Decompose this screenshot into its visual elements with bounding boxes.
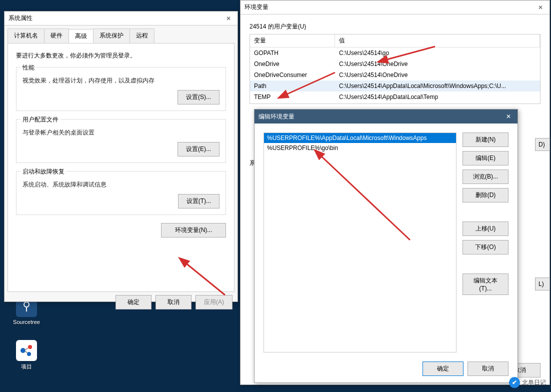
table-row[interactable]: TEMPC:\Users\24514\AppData\Local\Temp [250,92,540,102]
startup-recovery-group: 启动和故障恢复 系统启动、系统故障和调试信息 设置(T)... [16,171,226,215]
cancel-button[interactable]: 取消 [468,362,508,376]
svg-point-3 [28,345,32,349]
table-row[interactable]: OneDriveC:\Users\24514\OneDrive [250,58,540,70]
ok-button[interactable]: 确定 [422,362,464,376]
perf-settings-button[interactable]: 设置(S)... [178,90,220,104]
edit-text-button[interactable]: 编辑文本(T)... [462,274,508,295]
tabs: 计算机名 硬件 高级 系统保护 远程 [4,26,238,43]
path-item[interactable]: %USERPROFILE%\go\bin [264,143,456,153]
peek-button-l[interactable]: L) [535,278,550,290]
browse-button[interactable]: 浏览(B)... [462,170,508,184]
desktop-icon-label: 项目 [9,363,44,370]
close-icon[interactable]: ✕ [536,2,546,12]
cancel-button[interactable]: 取消 [156,295,192,310]
path-list[interactable]: %USERPROFILE%\AppData\Local\Microsoft\Wi… [264,132,456,352]
delete-button[interactable]: 删除(D) [462,188,508,202]
tab-system-protection[interactable]: 系统保护 [93,28,130,43]
tab-hardware[interactable]: 硬件 [44,28,69,43]
close-icon[interactable]: ✕ [224,14,234,24]
titlebar[interactable]: 系统属性 ✕ [4,12,238,26]
user-vars-label: 24514 的用户变量(U) [250,22,550,31]
apply-button[interactable]: 应用(A) [196,295,232,310]
titlebar[interactable]: 环境变量 ✕ [240,0,550,14]
table-row-selected[interactable]: PathC:\Users\24514\AppData\Local\Microso… [250,80,540,92]
peek-button-d[interactable]: D) [535,138,550,151]
close-icon[interactable]: ✕ [504,112,514,122]
watermark-logo-icon: ✔ [509,377,520,388]
dialog-title: 系统属性 [8,14,32,22]
tab-panel-advanced: 要进行大多数更改，你必须作为管理员登录。 性能 视觉效果，处理器计划，内存使用，… [8,43,234,292]
watermark: ✔ 北单日记 [509,377,546,388]
user-vars-table[interactable]: 变量 值 GOPATHC:\Users\24514\go OneDriveC:\… [250,34,540,104]
group-title: 用户配置文件 [20,116,60,124]
col-variable[interactable]: 变量 [250,34,335,47]
table-header: 变量 值 [250,34,540,48]
edit-env-variable-dialog: 编辑环境变量 ✕ %USERPROFILE%\AppData\Local\Mic… [254,109,518,383]
performance-group: 性能 视觉效果，处理器计划，内存使用，以及虚拟内存 设置(S)... [16,67,226,111]
project-icon [16,340,37,361]
system-properties-dialog: 系统属性 ✕ 计算机名 硬件 高级 系统保护 远程 要进行大多数更改，你必须作为… [4,11,238,302]
edit-button[interactable]: 编辑(E) [462,151,508,166]
tab-computer-name[interactable]: 计算机名 [8,28,44,43]
table-row[interactable]: GOPATHC:\Users\24514\go [250,48,540,58]
group-desc: 系统启动、系统故障和调试信息 [22,180,220,189]
move-up-button[interactable]: 上移(U) [462,222,508,236]
admin-note: 要进行大多数更改，你必须作为管理员登录。 [16,52,226,60]
table-row[interactable]: OneDriveConsumerC:\Users\24514\OneDrive [250,70,540,80]
group-title: 性能 [20,64,36,72]
dialog-title: 环境变量 [244,3,268,12]
group-title: 启动和故障恢复 [20,168,66,176]
group-desc: 视觉效果，处理器计划，内存使用，以及虚拟内存 [22,76,220,85]
watermark-text: 北单日记 [522,378,546,387]
desktop-icon-label: Sourcetree [9,319,44,325]
new-button[interactable]: 新建(N) [462,132,508,147]
group-desc: 与登录帐户相关的桌面设置 [22,128,220,137]
path-item-selected[interactable]: %USERPROFILE%\AppData\Local\Microsoft\Wi… [264,133,456,143]
ok-button[interactable]: 确定 [116,295,152,310]
col-value[interactable]: 值 [335,34,540,47]
user-profiles-group: 用户配置文件 与登录帐户相关的桌面设置 设置(E)... [16,119,226,163]
titlebar[interactable]: 编辑环境变量 ✕ [254,110,518,124]
env-variables-button[interactable]: 环境变量(N)... [161,223,226,238]
tab-remote[interactable]: 远程 [130,28,154,43]
move-down-button[interactable]: 下移(O) [462,240,508,254]
profile-settings-button[interactable]: 设置(E)... [178,142,220,156]
dialog-title: 编辑环境变量 [258,112,294,121]
startup-settings-button[interactable]: 设置(T)... [178,194,220,208]
svg-point-2 [20,348,26,353]
tab-advanced[interactable]: 高级 [68,29,94,44]
desktop-icon-project[interactable]: 项目 [9,340,44,370]
